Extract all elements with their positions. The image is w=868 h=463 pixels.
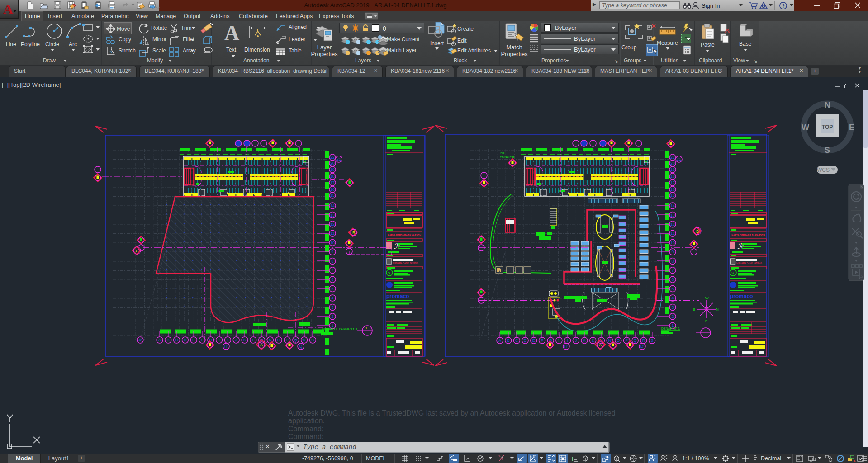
- svg-text:H: H: [218, 338, 221, 342]
- svg-text:MENARA BANK JATENG: MENARA BANK JATENG: [393, 262, 418, 265]
- svg-text:12: 12: [330, 222, 335, 227]
- svg-text:Q: Q: [299, 344, 302, 349]
- svg-text:H: H: [558, 338, 561, 343]
- svg-text:O: O: [277, 338, 280, 342]
- svg-text:9: 9: [671, 250, 674, 254]
- svg-text:DENAH LT. PARKIR Lt. 1: DENAH LT. PARKIR Lt. 1: [322, 327, 357, 331]
- svg-text:S: S: [311, 338, 314, 342]
- svg-text:15: 15: [670, 193, 675, 198]
- svg-text:11: 11: [670, 231, 674, 236]
- svg-text:1: 1: [365, 326, 367, 330]
- svg-text:3: 3: [671, 305, 674, 310]
- svg-text:L: L: [592, 338, 594, 343]
- svg-text:?: ?: [782, 3, 785, 9]
- svg-text:POT.: POT.: [500, 151, 507, 155]
- svg-text:6: 6: [671, 277, 674, 282]
- svg-text:10: 10: [670, 241, 675, 245]
- svg-text:A: A: [260, 343, 263, 347]
- svg-text:KARYA BERSAMA TA KARSCH: KARYA BERSAMA TA KARSCH: [731, 234, 765, 236]
- svg-text:11: 11: [330, 231, 334, 236]
- svg-text:R: R: [303, 338, 306, 342]
- svg-text:A: A: [3, 1, 13, 16]
- svg-text:MENARA BANK JATENG: MENARA BANK JATENG: [736, 262, 762, 265]
- svg-text:P: P: [625, 338, 628, 343]
- svg-text:O: O: [617, 338, 620, 343]
- svg-text:A: A: [498, 338, 501, 343]
- svg-text:7: 7: [671, 268, 674, 273]
- svg-text:22: 22: [330, 155, 335, 160]
- svg-text:C: C: [515, 338, 518, 343]
- svg-text:K: K: [243, 338, 246, 342]
- svg-text:KARYA BERSAMA TA KARSCH: KARYA BERSAMA TA KARSCH: [388, 234, 421, 236]
- svg-text:17: 17: [330, 180, 335, 185]
- svg-text:R: R: [642, 338, 645, 343]
- svg-text:Q: Q: [634, 338, 637, 343]
- svg-text:S: S: [651, 338, 654, 343]
- svg-text:A: A: [158, 338, 161, 342]
- svg-text:P: P: [286, 338, 289, 342]
- svg-text:8: 8: [671, 259, 674, 264]
- svg-text:20: 20: [330, 161, 335, 165]
- svg-text:3: 3: [331, 305, 333, 310]
- svg-text:6: 6: [331, 277, 333, 282]
- svg-text:E: E: [705, 319, 707, 323]
- svg-text:F: F: [201, 338, 204, 342]
- svg-text:8: 8: [331, 259, 333, 264]
- svg-text:B: B: [352, 231, 355, 235]
- svg-text:L: L: [252, 338, 254, 342]
- svg-text:4: 4: [671, 296, 674, 300]
- svg-text:13: 13: [670, 213, 675, 217]
- svg-text:14: 14: [330, 203, 335, 208]
- svg-text:N: N: [716, 307, 719, 312]
- svg-text:4: 4: [331, 296, 333, 300]
- svg-text:5: 5: [331, 287, 333, 291]
- svg-text:H': H': [224, 344, 228, 349]
- svg-text:B: B: [507, 338, 510, 343]
- svg-text:D': D': [640, 344, 644, 349]
- svg-text:S: S: [388, 271, 390, 275]
- svg-text:promaco: promaco: [386, 293, 409, 299]
- svg-text:2: 2: [671, 314, 674, 319]
- svg-text:2: 2: [331, 314, 333, 319]
- svg-text:18: 18: [330, 174, 335, 179]
- svg-text:D: D: [524, 338, 527, 343]
- svg-text:B: B: [167, 338, 170, 342]
- svg-text:S: S: [693, 307, 695, 312]
- svg-text:F: F: [541, 338, 544, 343]
- svg-text:19: 19: [330, 167, 335, 172]
- svg-text:14: 14: [670, 203, 675, 208]
- svg-text:17: 17: [670, 180, 675, 185]
- svg-text:16: 16: [670, 187, 675, 192]
- svg-text:E: E: [532, 338, 535, 343]
- svg-text:W: W: [705, 296, 709, 300]
- svg-text:21: 21: [337, 157, 341, 161]
- svg-text:J: J: [235, 338, 237, 342]
- svg-text:16: 16: [330, 187, 335, 192]
- svg-text:Q: Q: [294, 338, 297, 342]
- svg-text:9: 9: [331, 250, 333, 254]
- svg-text:15: 15: [330, 193, 335, 198]
- svg-text:A: A: [599, 343, 602, 347]
- svg-text:K: K: [583, 338, 586, 343]
- svg-text:I: I: [567, 338, 568, 343]
- svg-text:PRINSIP B: PRINSIP B: [500, 155, 514, 158]
- svg-text:4': 4': [139, 338, 142, 342]
- svg-text:promaco: promaco: [730, 293, 753, 299]
- svg-text:C: C: [175, 338, 178, 342]
- svg-text:C: C: [136, 249, 139, 253]
- svg-text:20: 20: [670, 161, 675, 165]
- svg-text:12: 12: [670, 222, 675, 227]
- svg-text:13: 13: [330, 213, 335, 217]
- svg-text:S: S: [731, 271, 734, 275]
- svg-text:E: E: [192, 338, 195, 342]
- svg-text:22: 22: [670, 155, 675, 160]
- svg-text:N: N: [269, 338, 272, 342]
- svg-text:19: 19: [670, 167, 675, 172]
- svg-text:N: N: [608, 338, 612, 343]
- svg-text:21: 21: [677, 157, 681, 161]
- svg-text:J: J: [575, 338, 577, 343]
- svg-text:10: 10: [330, 241, 335, 245]
- svg-text:5: 5: [671, 287, 674, 291]
- svg-text:18: 18: [670, 174, 675, 179]
- svg-text:H': H': [564, 344, 568, 349]
